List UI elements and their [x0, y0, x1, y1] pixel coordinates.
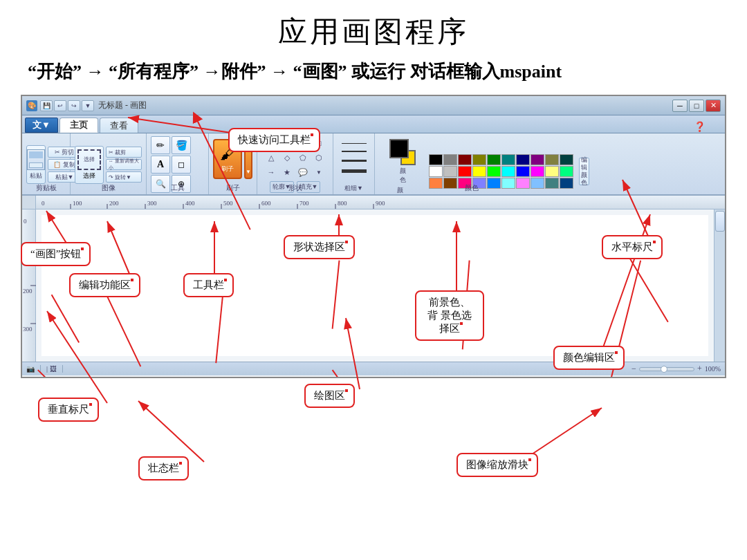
fg-color-swatch[interactable] — [389, 139, 416, 165]
ribbon: 粘贴 ✂ 剪切 📋 复制 粘贴▼ 剪贴板 选择 选择 ✂ 裁剪 ↔ 重新调整大 — [22, 133, 725, 196]
color-swatch[interactable] — [429, 166, 443, 177]
redo-quick-btn[interactable]: ↪ — [68, 100, 80, 111]
color-swatch[interactable] — [560, 154, 573, 165]
brush-button[interactable]: 🖌 刷子 — [213, 139, 242, 179]
color-swatch[interactable] — [443, 154, 457, 165]
ruler-vertical: 0 100 200 300 — [22, 209, 36, 362]
color-swatch[interactable] — [531, 166, 544, 177]
brush-dropdown[interactable]: ▼ — [244, 139, 252, 179]
triangle-shape[interactable]: △ — [264, 151, 279, 165]
color-swatch[interactable] — [545, 154, 559, 165]
size-1[interactable] — [342, 143, 367, 144]
pencil-tool[interactable]: ✏ — [151, 136, 170, 154]
ruler-horizontal: 0 100 200 300 400 500 600 700 80 — [36, 196, 725, 209]
color-swatch[interactable] — [560, 166, 573, 177]
pentagon-shape[interactable]: ⬠ — [295, 151, 311, 165]
title-bar: 🎨 💾 ↩ ↪ ▼ 无标题 - 画图 ─ □ ✕ — [22, 96, 725, 115]
clipboard-label: 剪贴板 — [22, 183, 70, 193]
maximize-button[interactable]: □ — [689, 100, 704, 112]
svg-line-49 — [138, 401, 204, 462]
tab-bar: 文▼ 主页 查看 ❓ — [22, 115, 725, 133]
quick-dropdown[interactable]: ▼ — [82, 100, 94, 111]
colors-section: 颜色 颜色 2 编辑颜色 颜色 — [375, 133, 569, 194]
oval-shape[interactable]: ○ — [295, 136, 311, 150]
speech-shape[interactable]: 💬 — [295, 165, 311, 179]
color1-label: 颜色 — [400, 167, 406, 185]
zoom-in-btn[interactable]: + — [697, 364, 702, 374]
app-icon: 🎨 — [26, 100, 37, 111]
svg-text:200: 200 — [23, 288, 33, 295]
quick-access-bar[interactable]: 💾 ↩ ↪ ▼ — [40, 98, 94, 113]
tools-section: ✏ 🪣 A ◻ 🔍 ⊕ 工具 — [147, 133, 209, 194]
view-tab[interactable]: 查看 — [100, 118, 138, 133]
color-swatch[interactable] — [501, 154, 515, 165]
size-4[interactable] — [342, 169, 367, 173]
diamond-shape[interactable]: ◇ — [279, 151, 295, 165]
svg-text:300: 300 — [23, 326, 33, 333]
size-content — [338, 136, 370, 176]
zoom-percent: 100% — [705, 365, 721, 373]
image-buttons: ✂ 裁剪 ↔ 重新调整大小 ↷ 旋转▼ — [106, 147, 142, 183]
star-shape[interactable]: ★ — [279, 165, 295, 179]
page-title: 应用画图程序 — [0, 0, 747, 58]
page-subtitle: “开始” → “所有程序” →附件” → “画图” 或运行 对话框输入mspai… — [0, 58, 747, 85]
ruler-corner — [22, 196, 36, 209]
color-swatch[interactable] — [516, 154, 530, 165]
size-3[interactable] — [342, 160, 367, 162]
color-swatch[interactable] — [472, 154, 486, 165]
status-item-1: 📷 — [26, 365, 41, 373]
edit-colors-label: 编辑颜色 — [581, 156, 587, 186]
drawing-canvas[interactable] — [42, 215, 708, 356]
title-bar-text: 无标题 - 画图 — [98, 100, 672, 111]
eraser-tool[interactable]: ◻ — [172, 156, 191, 174]
fill-tool[interactable]: 🪣 — [172, 136, 191, 154]
clipboard-section: 粘贴 ✂ 剪切 📋 复制 粘贴▼ 剪贴板 — [22, 133, 71, 194]
curve-shape[interactable]: ∿ — [279, 136, 295, 150]
vertical-scrollbar[interactable] — [714, 209, 725, 362]
edit-colors-button[interactable]: 编辑颜色 — [579, 158, 589, 185]
hexagon-shape[interactable]: ⬡ — [311, 151, 326, 165]
color-swatch[interactable] — [487, 166, 501, 177]
callout-canvas: 绘图区 — [304, 384, 355, 408]
save-quick-btn[interactable]: 💾 — [40, 100, 53, 111]
color-swatch[interactable] — [458, 166, 472, 177]
main-tab[interactable]: 主页 — [59, 118, 98, 133]
resize-button[interactable]: ↔ 重新调整大小 — [106, 159, 142, 170]
more-shapes[interactable]: ▼ — [311, 165, 326, 179]
text-tool[interactable]: A — [151, 156, 170, 174]
close-button[interactable]: ✕ — [706, 100, 721, 112]
line-shape[interactable]: ╱ — [264, 136, 279, 150]
color-swatch[interactable] — [501, 166, 515, 177]
paste-button[interactable]: 粘贴 — [26, 145, 46, 184]
callout-zoom-slider: 图像缩放滑块 — [456, 453, 538, 477]
color-swatch[interactable] — [472, 166, 486, 177]
paste-label: 粘贴 — [30, 171, 42, 180]
color-swatch[interactable] — [545, 166, 559, 177]
file-tab[interactable]: 文▼ — [25, 118, 58, 133]
zoom-thumb — [661, 366, 667, 373]
arrow-shape[interactable]: → — [264, 165, 279, 179]
minimize-button[interactable]: ─ — [672, 100, 688, 112]
zoom-slider[interactable] — [639, 367, 694, 371]
select-button[interactable]: 选择 选择 — [75, 146, 104, 184]
rotate-button[interactable]: ↷ 旋转▼ — [106, 171, 142, 183]
tools-label: 工具 — [147, 183, 208, 193]
color-swatch[interactable] — [487, 154, 501, 165]
size-2[interactable] — [342, 151, 367, 152]
color-swatch[interactable] — [531, 154, 544, 165]
undo-quick-btn[interactable]: ↩ — [54, 100, 66, 111]
help-icon[interactable]: ❓ — [694, 121, 706, 133]
color-swatch[interactable] — [516, 166, 530, 177]
color-swatch[interactable] — [443, 166, 457, 177]
rect-shape[interactable]: □ — [311, 136, 326, 150]
shapes-grid: ╱ ∿ ○ □ △ ◇ ⬠ ⬡ → ★ 💬 ▼ — [264, 136, 326, 179]
color-swatch[interactable] — [458, 154, 472, 165]
shapes-label: 形状 — [257, 183, 333, 193]
crop-button[interactable]: ✂ 裁剪 — [106, 147, 142, 158]
status-bar: 📷 | 🖼 − + 100% — [22, 362, 725, 375]
svg-text:100: 100 — [23, 250, 33, 256]
svg-text:0: 0 — [24, 218, 27, 225]
zoom-out-btn[interactable]: − — [631, 364, 636, 374]
color-swatch[interactable] — [429, 154, 443, 165]
canvas-main-area: 0 100 200 300 — [22, 209, 725, 362]
